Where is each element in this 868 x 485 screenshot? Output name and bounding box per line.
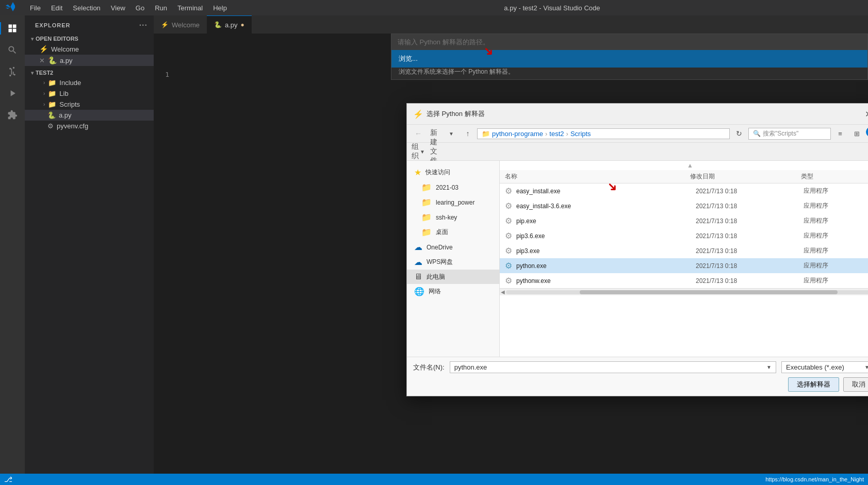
horizontal-scrollbar[interactable]: ◀ ▶	[500, 288, 868, 295]
col-date[interactable]: 修改日期	[690, 172, 801, 181]
open-editors-toggle[interactable]: ▾ OPEN EDITORS	[25, 34, 154, 43]
sidebar-network[interactable]: 🌐 网络	[407, 284, 499, 299]
filetype-select[interactable]: Executables (*.exe) ▼	[781, 361, 868, 373]
help-button[interactable]: ?	[866, 127, 868, 137]
menu-run[interactable]: Run	[151, 3, 171, 13]
tab-welcome[interactable]: ⚡ Welcome	[154, 15, 207, 34]
editor-area: ⚡ Welcome 🐍 a.py ● 浏览... 浏览文件系统来选择一个 Pyt…	[154, 15, 868, 485]
footer-filename-row: 文件名(N): python.exe ▼ Executables (*.exe)…	[413, 361, 868, 373]
scrollbar-thumb[interactable]	[580, 290, 838, 294]
new-folder-button[interactable]: 新建文件夹	[430, 145, 444, 158]
exe-file-icon: ⚙	[505, 276, 512, 286]
dialog-footer: 文件名(N): python.exe ▼ Executables (*.exe)…	[407, 357, 868, 396]
refresh-button[interactable]: ↻	[732, 127, 746, 140]
tab-vscode-icon: ⚡	[161, 21, 169, 28]
activity-extensions[interactable]	[4, 106, 21, 124]
sidebar-quickaccess[interactable]: ★ 快速访问	[407, 165, 499, 180]
menu-edit[interactable]: Edit	[47, 3, 67, 13]
file-dialog: ⚡ 选择 Python 解释器 ✕ ← → ▼ ↑ 📁 python-progr…	[406, 103, 868, 396]
autocomplete-item-browse[interactable]: 浏览...	[391, 50, 867, 68]
open-editor-welcome[interactable]: ⚡ Welcome	[25, 43, 154, 55]
sidebar-item-lib[interactable]: › 📁 Lib	[25, 88, 154, 99]
file-list-header: 名称 修改日期 类型	[500, 170, 868, 183]
file-date: 2021/7/13 0:18	[696, 232, 804, 240]
activity-source-control[interactable]	[4, 63, 21, 80]
menu-go[interactable]: Go	[132, 3, 149, 13]
dialog-toolbar: ← → ▼ ↑ 📁 python-programe › test2 › Scri…	[407, 125, 868, 143]
chevron-right-icon: ›	[43, 91, 45, 96]
exe-file-icon: ⚙	[505, 201, 512, 211]
folder-yellow-icon: 📁	[421, 182, 432, 192]
sidebar-learing-power[interactable]: 📁 learing_power	[407, 195, 499, 210]
vscode-file-icon: ⚡	[39, 45, 48, 53]
details-view-button[interactable]: ⊞	[849, 127, 864, 140]
filename-input[interactable]: python.exe ▼	[450, 361, 776, 373]
sidebar-desktop[interactable]: 📁 桌面	[407, 225, 499, 240]
menu-view[interactable]: View	[107, 3, 129, 13]
nav-up-button[interactable]: ↑	[461, 127, 475, 140]
confirm-button[interactable]: 选择解释器	[788, 377, 839, 392]
sidebar-item-scripts[interactable]: › 📁 Scripts	[25, 99, 154, 110]
file-row-python[interactable]: ⚙ python.exe 2021/7/13 0:18 应用程序	[500, 258, 868, 273]
footer-action-row: 选择解释器 取消	[413, 377, 868, 392]
activity-run[interactable]	[4, 85, 21, 102]
nav-back-button[interactable]: ←	[411, 127, 425, 140]
python-file-icon: 🐍	[47, 111, 56, 119]
exe-file-icon: ⚙	[505, 231, 512, 241]
menu-terminal[interactable]: Terminal	[173, 3, 207, 13]
sidebar-2021-03[interactable]: 📁 2021-03	[407, 180, 499, 195]
close-icon[interactable]: ✕	[39, 57, 45, 64]
computer-icon: 🖥	[414, 272, 422, 281]
dialog-close-button[interactable]: ✕	[862, 108, 868, 120]
activity-bar	[0, 15, 25, 485]
menu-help[interactable]: Help	[209, 3, 231, 13]
sidebar-thispc[interactable]: 🖥 此电脑	[407, 270, 499, 284]
file-date: 2021/7/13 0:18	[696, 277, 804, 285]
wps-icon: ☁	[414, 257, 422, 267]
sidebar-item-pyvenv[interactable]: ⚙ pyvenv.cfg	[25, 121, 154, 131]
file-row[interactable]: ⚙ pip.exe 2021/7/13 0:18 应用程序	[500, 213, 868, 228]
tab-apy[interactable]: 🐍 a.py ●	[207, 15, 252, 34]
sidebar-ssh-key[interactable]: 📁 ssh-key	[407, 210, 499, 225]
breadcrumb-part2[interactable]: test2	[549, 130, 564, 138]
menu-file[interactable]: File	[26, 3, 45, 13]
folder-icon: 📁	[48, 101, 56, 108]
nav-dropdown-button[interactable]: ▼	[444, 127, 458, 140]
test2-toggle[interactable]: ▾ TEST2	[25, 68, 154, 77]
exe-file-icon: ⚙	[505, 246, 512, 256]
file-date: 2021/7/13 0:18	[696, 262, 804, 270]
breadcrumb-part3[interactable]: Scripts	[570, 130, 591, 138]
python-file-icon: 🐍	[48, 56, 57, 64]
cancel-button[interactable]: 取消	[843, 377, 868, 392]
scrollbar-track[interactable]	[506, 290, 868, 294]
file-row[interactable]: ⚙ easy_install.exe 2021/7/13 0:18 应用程序	[500, 183, 868, 198]
sidebar-item-include[interactable]: › 📁 Include	[25, 77, 154, 88]
sidebar-onedrive[interactable]: ☁ OneDrive	[407, 240, 499, 255]
list-view-button[interactable]: ≡	[833, 127, 847, 140]
file-row[interactable]: ⚙ pip3.6.exe 2021/7/13 0:18 应用程序	[500, 228, 868, 243]
organize-button[interactable]: 组织 ▼	[411, 145, 425, 158]
sidebar-wps[interactable]: ☁ WPS网盘	[407, 255, 499, 270]
explorer-more-btn[interactable]: ···	[139, 21, 148, 30]
menu-selection[interactable]: Selection	[69, 3, 104, 13]
file-date: 2021/7/13 0:18	[696, 218, 804, 225]
file-row[interactable]: ⚙ pip3.exe 2021/7/13 0:18 应用程序	[500, 243, 868, 258]
col-name[interactable]: 名称	[505, 172, 690, 181]
tab-bar: ⚡ Welcome 🐍 a.py ●	[154, 15, 868, 34]
nav-forward-button[interactable]: →	[428, 127, 442, 140]
activity-search[interactable]	[4, 41, 21, 59]
file-date: 2021/7/13 0:18	[696, 203, 804, 210]
filename: easy_install-3.6.exe	[516, 203, 696, 210]
breadcrumb-part1[interactable]: python-programe	[492, 130, 543, 138]
file-row[interactable]: ⚙ easy_install-3.6.exe 2021/7/13 0:18 应用…	[500, 198, 868, 213]
file-date: 2021/7/13 0:18	[696, 188, 804, 195]
dropdown-arrow-icon: ▼	[766, 364, 772, 370]
menu-bar: File Edit Selection View Go Run Terminal…	[26, 3, 231, 13]
sidebar-item-apy[interactable]: 🐍 a.py	[25, 110, 154, 121]
activity-explorer[interactable]	[4, 20, 21, 37]
file-row[interactable]: ⚙ pythonw.exe 2021/7/13 0:18 应用程序	[500, 273, 868, 288]
interpreter-path-input[interactable]	[391, 34, 867, 50]
tab-close-icon[interactable]: ●	[241, 21, 244, 28]
open-editor-apy[interactable]: ✕ 🐍 a.py	[25, 55, 154, 66]
scroll-left-icon[interactable]: ◀	[501, 289, 505, 295]
